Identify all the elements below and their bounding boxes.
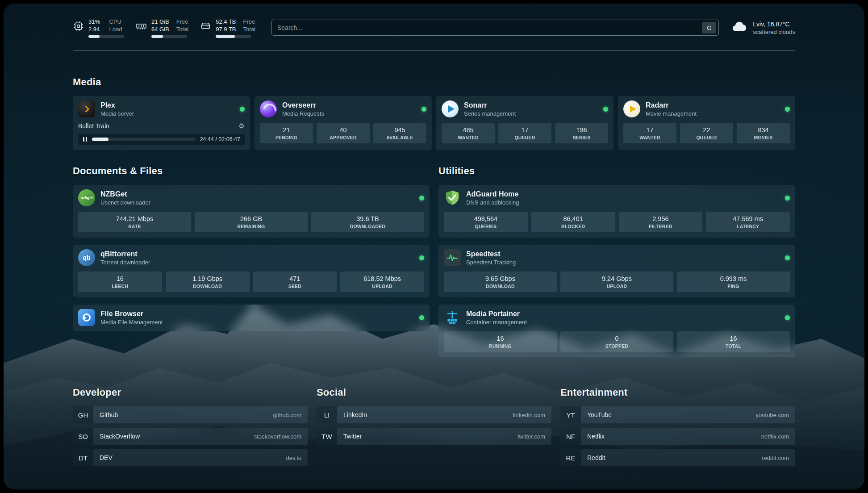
cpu-progress-bar — [88, 35, 124, 38]
weather-widget[interactable]: Lviv, 16.87°C scattered clouds — [731, 19, 795, 37]
plex-icon — [78, 100, 95, 117]
status-dot — [603, 107, 608, 112]
bookmark-url: linkedin.com — [513, 412, 545, 418]
stat-block: 0 STOPPED — [560, 331, 673, 352]
bookmark-name: DEV — [100, 454, 113, 461]
section-title-documents: Documents & Files — [73, 165, 430, 177]
disk-free: 52.4 TB — [216, 18, 236, 25]
service-desc: Torrent downloader — [100, 259, 150, 266]
service-card-sonarr[interactable]: Sonarr Series management 485 WANTED 17 Q… — [436, 96, 613, 150]
status-dot — [419, 315, 424, 320]
bookmark-netflix[interactable]: NF Netflix netflix.com — [560, 428, 795, 445]
top-bar: 31% CPU 2.94 Load — [73, 17, 795, 38]
bookmark-twitter[interactable]: TW Twitter twitter.com — [317, 428, 551, 445]
service-name: Media Portainer — [466, 309, 527, 318]
playback-progress-track[interactable] — [92, 138, 196, 141]
section-title-entertainment: Entertainment — [560, 387, 795, 398]
bookmark-linkedin[interactable]: LI LinkedIn linkedin.com — [317, 406, 551, 423]
stat-block: 47.569 ms LATENCY — [706, 212, 790, 232]
service-desc: Media File Management — [100, 318, 163, 326]
status-dot — [419, 196, 424, 201]
service-card-qbittorrent[interactable]: qb qBittorrent Torrent downloader 16 — [73, 245, 430, 297]
stat-block: 40 APPROVED — [317, 123, 370, 143]
stat-block: 17 QUEUED — [498, 123, 551, 143]
bookmark-abbr: YT — [560, 406, 581, 423]
service-card-speedtest[interactable]: Speedtest Speedtest Tracking 9.65 Gbps D… — [438, 245, 795, 297]
utilities-column: Utilities — [438, 165, 795, 357]
memory-progress-bar — [151, 35, 187, 38]
section-title-social: Social — [317, 387, 551, 398]
cpu-percent: 31% — [88, 18, 102, 25]
service-card-adguard[interactable]: AdGuard Home DNS and adblocking 498,564 … — [438, 185, 795, 238]
now-playing-title: Bullet Train — [78, 122, 109, 130]
section-title-media: Media — [73, 76, 795, 88]
pause-icon[interactable] — [82, 137, 88, 142]
stat-block: 498,564 QUERIES — [444, 212, 528, 232]
settings-gear-icon[interactable]: ⚙ — [239, 122, 245, 130]
bookmark-abbr: GH — [73, 406, 93, 423]
stat-block: 16 TOTAL — [677, 331, 790, 352]
overseerr-icon — [260, 100, 277, 117]
service-card-radarr[interactable]: Radarr Movie management 17 WANTED 22 QUE… — [618, 96, 795, 150]
service-name: Overseerr — [282, 101, 324, 110]
stat-block: 9.24 Gbps UPLOAD — [560, 272, 673, 292]
bookmark-abbr: LI — [317, 406, 337, 423]
bookmark-abbr: TW — [317, 428, 337, 445]
stat-block: 744.21 Mbps RATE — [78, 212, 191, 232]
bookmark-url: dev.to — [286, 455, 301, 461]
service-desc: Speedtest Tracking — [466, 259, 516, 266]
bookmark-abbr: RE — [560, 449, 581, 466]
cloud-icon — [731, 19, 747, 37]
service-desc: Movie management — [646, 110, 697, 117]
bookmark-github[interactable]: GH Github github.com — [73, 406, 308, 423]
media-grid: Plex Media server Bullet Train ⚙ 24:44 /… — [73, 96, 795, 150]
bookmark-name: Netflix — [587, 433, 605, 440]
status-dot — [240, 107, 245, 112]
memory-icon — [136, 21, 147, 33]
service-card-plex[interactable]: Plex Media server Bullet Train ⚙ 24:44 /… — [73, 96, 250, 150]
bookmark-abbr: SO — [73, 428, 93, 445]
bookmark-reddit[interactable]: RE Reddit reddit.com — [560, 449, 795, 466]
playback-time: 24:44 / 02:06:47 — [200, 136, 240, 142]
bookmark-url: stackoverflow.com — [254, 433, 301, 440]
service-card-nzbget[interactable]: nzbget NZBGet Usenet downloader 744.21 M… — [73, 185, 430, 238]
speedtest-icon — [444, 249, 461, 266]
search-input[interactable] — [277, 24, 702, 31]
memory-widget: 21 GiB Free 64 GiB Total — [136, 18, 188, 38]
stat-block: 22 QUEUED — [680, 123, 733, 143]
status-dot — [785, 196, 790, 201]
search-bar[interactable]: G — [271, 20, 719, 36]
weather-condition: scattered clouds — [753, 28, 795, 36]
service-name: Plex — [100, 101, 134, 110]
stat-block: 471 SEED — [253, 272, 337, 292]
bookmark-stackoverflow[interactable]: SO StackOverflow stackoverflow.com — [73, 428, 308, 445]
service-name: Radarr — [646, 101, 697, 110]
status-dot — [421, 107, 426, 112]
service-card-filebrowser[interactable]: File Browser Media File Management — [73, 305, 430, 331]
stat-block: 16 LEECH — [78, 272, 162, 292]
service-desc: Media server — [100, 110, 134, 117]
stat-block: 0.993 ms PING — [677, 272, 790, 292]
playback-bar[interactable]: 24:44 / 02:06:47 — [78, 134, 245, 145]
stat-block: 39.6 TB DOWNLOADED — [311, 212, 424, 232]
service-name: qBittorrent — [100, 250, 150, 259]
bookmark-url: reddit.com — [762, 455, 789, 461]
system-stats: 31% CPU 2.94 Load — [73, 18, 255, 38]
bookmark-url: twitter.com — [517, 433, 545, 440]
service-name: File Browser — [100, 309, 163, 318]
bookmarks-entertainment: Entertainment YT YouTube youtube.com NF … — [560, 387, 795, 471]
bookmark-name: Twitter — [343, 433, 362, 440]
disk-progress-bar — [216, 35, 251, 38]
playback-progress-fill — [92, 138, 108, 141]
disk-total: 97.9 TB — [216, 25, 236, 33]
service-card-overseerr[interactable]: Overseerr Media Requests 21 PENDING 40 A… — [255, 96, 432, 150]
status-dot — [785, 255, 790, 260]
service-card-portainer[interactable]: Media Portainer Container management 16 … — [438, 305, 795, 357]
stat-block: 2,956 FILTERED — [619, 212, 703, 232]
bookmark-youtube[interactable]: YT YouTube youtube.com — [560, 406, 795, 423]
search-engine-button[interactable]: G — [702, 22, 716, 33]
bookmark-name: StackOverflow — [100, 433, 140, 440]
bookmark-dev[interactable]: DT DEV dev.to — [73, 449, 308, 466]
cpu-widget: 31% CPU 2.94 Load — [73, 18, 124, 38]
status-dot — [785, 107, 790, 112]
